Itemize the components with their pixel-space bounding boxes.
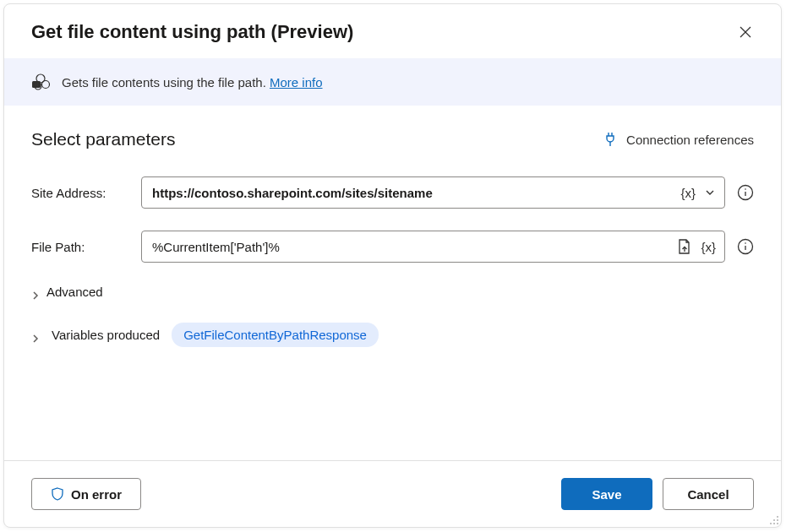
on-error-label: On error [71, 487, 122, 502]
banner-description: Gets file contents using the file path. [62, 75, 266, 90]
advanced-toggle[interactable]: Advanced [31, 285, 754, 299]
dialog-content: Select parameters Connection references … [4, 106, 781, 460]
dialog-footer: On error Save Cancel [4, 460, 781, 527]
file-picker-icon[interactable] [675, 236, 694, 257]
file-path-input[interactable] [152, 240, 670, 254]
on-error-button[interactable]: On error [31, 478, 141, 510]
connection-references-button[interactable]: Connection references [604, 132, 754, 147]
close-icon[interactable] [737, 24, 754, 41]
site-address-input[interactable] [152, 186, 674, 200]
svg-point-17 [773, 519, 775, 521]
info-icon[interactable] [737, 238, 754, 255]
info-banner: S Gets file contents using the file path… [4, 58, 781, 106]
plug-icon [604, 132, 618, 147]
svg-point-19 [770, 523, 772, 524]
site-address-row: Site Address: {x} [31, 176, 754, 209]
variable-token-button[interactable]: {x} [699, 238, 718, 256]
chevron-down-icon[interactable] [702, 185, 718, 200]
file-path-label: File Path: [31, 240, 138, 254]
save-button[interactable]: Save [561, 478, 652, 510]
params-title: Select parameters [31, 129, 175, 149]
banner-text: Gets file contents using the file path. … [62, 75, 323, 90]
chevron-right-icon [31, 288, 40, 296]
svg-point-15 [745, 242, 746, 244]
chevron-right-icon [31, 331, 40, 339]
dialog-header: Get file content using path (Preview) [4, 4, 781, 58]
svg-point-21 [777, 523, 778, 524]
resize-handle-icon[interactable] [767, 513, 779, 525]
svg-point-3 [42, 81, 50, 89]
cancel-button[interactable]: Cancel [663, 478, 754, 510]
sharepoint-icon: S [31, 73, 50, 90]
site-address-label: Site Address: [31, 186, 138, 200]
svg-text:S: S [35, 81, 38, 88]
svg-point-18 [777, 519, 778, 521]
svg-point-12 [745, 188, 746, 190]
connection-references-label: Connection references [626, 133, 754, 147]
svg-point-16 [777, 516, 778, 518]
info-icon[interactable] [737, 184, 754, 201]
svg-point-20 [773, 523, 775, 524]
variables-produced-toggle[interactable]: Variables produced GetFileContentByPathR… [31, 323, 754, 347]
dialog-title: Get file content using path (Preview) [31, 21, 353, 43]
variable-badge[interactable]: GetFileContentByPathResponse [172, 323, 379, 347]
params-header: Select parameters Connection references [31, 129, 754, 149]
file-path-input-wrap[interactable]: {x} [141, 231, 725, 263]
variable-token-button[interactable]: {x} [679, 184, 697, 202]
more-info-link[interactable]: More info [270, 75, 323, 90]
advanced-label: Advanced [46, 285, 103, 299]
variables-produced-label: Variables produced [52, 328, 160, 342]
site-address-input-wrap[interactable]: {x} [141, 176, 725, 209]
shield-icon [51, 487, 64, 501]
dialog: Get file content using path (Preview) S … [3, 3, 782, 528]
file-path-row: File Path: {x} [31, 231, 754, 263]
